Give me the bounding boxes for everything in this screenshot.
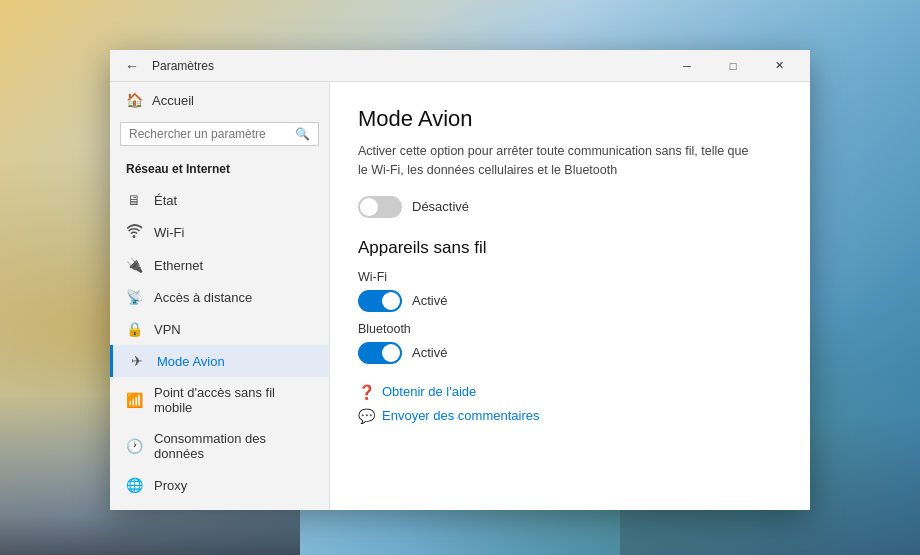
sidebar-item-mode-avion[interactable]: ✈ Mode Avion [110, 345, 329, 377]
data-usage-icon: 🕐 [126, 438, 142, 454]
sidebar-item-vpn[interactable]: 🔒 VPN [110, 313, 329, 345]
sidebar-item-label-consommation: Consommation des données [154, 431, 313, 461]
feedback-link-label: Envoyer des commentaires [382, 408, 540, 423]
sidebar-item-label-hotspot: Point d'accès sans fil mobile [154, 385, 313, 415]
etat-icon: 🖥 [126, 192, 142, 208]
minimize-button[interactable]: ─ [664, 50, 710, 82]
airplane-mode-toggle[interactable] [358, 196, 402, 218]
sidebar-item-point-acces[interactable]: 📶 Point d'accès sans fil mobile [110, 377, 329, 423]
links-section: ❓ Obtenir de l'aide 💬 Envoyer des commen… [358, 384, 782, 424]
window-title: Paramètres [152, 59, 664, 73]
search-input[interactable] [129, 127, 289, 141]
feedback-link[interactable]: 💬 Envoyer des commentaires [358, 408, 782, 424]
sidebar-item-etat[interactable]: 🖥 État [110, 184, 329, 216]
feedback-icon: 💬 [358, 408, 374, 424]
sidebar-item-label-vpn: VPN [154, 322, 181, 337]
close-button[interactable]: ✕ [756, 50, 802, 82]
wifi-device-section: Wi-Fi Activé [358, 270, 782, 312]
devices-section-title: Appareils sans fil [358, 238, 782, 258]
airplane-mode-row: Désactivé [358, 196, 782, 218]
sidebar-item-wifi[interactable]: Wi-Fi [110, 216, 329, 249]
home-icon: 🏠 [126, 92, 142, 108]
sidebar-item-consommation[interactable]: 🕐 Consommation des données [110, 423, 329, 469]
bluetooth-toggle-label: Activé [412, 345, 447, 360]
wifi-sidebar-icon [126, 224, 142, 241]
sidebar: 🏠 Accueil 🔍 Réseau et Internet 🖥 État Wi… [110, 82, 330, 510]
sidebar-item-label-wifi: Wi-Fi [154, 225, 184, 240]
bluetooth-device-label: Bluetooth [358, 322, 782, 336]
window-body: 🏠 Accueil 🔍 Réseau et Internet 🖥 État Wi… [110, 82, 810, 510]
sidebar-item-label-avion: Mode Avion [157, 354, 225, 369]
main-content: Mode Avion Activer cette option pour arr… [330, 82, 810, 510]
bluetooth-toggle[interactable] [358, 342, 402, 364]
sidebar-home-label: Accueil [152, 93, 194, 108]
help-link[interactable]: ❓ Obtenir de l'aide [358, 384, 782, 400]
sidebar-search-container[interactable]: 🔍 [120, 122, 319, 146]
sidebar-item-label-proxy: Proxy [154, 478, 187, 493]
help-icon: ❓ [358, 384, 374, 400]
toggle-knob [360, 198, 378, 216]
wifi-toggle-row: Activé [358, 290, 782, 312]
airplane-sidebar-icon: ✈ [129, 353, 145, 369]
proxy-icon: 🌐 [126, 477, 142, 493]
sidebar-item-label-ethernet: Ethernet [154, 258, 203, 273]
sidebar-item-label-acces: Accès à distance [154, 290, 252, 305]
sidebar-item-ethernet[interactable]: 🔌 Ethernet [110, 249, 329, 281]
sidebar-item-acces-distance[interactable]: 📡 Accès à distance [110, 281, 329, 313]
wifi-toggle[interactable] [358, 290, 402, 312]
vpn-icon: 🔒 [126, 321, 142, 337]
bluetooth-device-section: Bluetooth Activé [358, 322, 782, 364]
titlebar: ← Paramètres ─ □ ✕ [110, 50, 810, 82]
bluetooth-toggle-row: Activé [358, 342, 782, 364]
ethernet-icon: 🔌 [126, 257, 142, 273]
page-description: Activer cette option pour arrêter toute … [358, 142, 758, 180]
window-controls: ─ □ ✕ [664, 50, 802, 82]
sidebar-item-label-etat: État [154, 193, 177, 208]
wifi-device-label: Wi-Fi [358, 270, 782, 284]
wifi-toggle-knob [382, 292, 400, 310]
bluetooth-toggle-knob [382, 344, 400, 362]
wifi-toggle-label: Activé [412, 293, 447, 308]
search-icon: 🔍 [295, 127, 310, 141]
back-button[interactable]: ← [118, 52, 146, 80]
airplane-mode-label: Désactivé [412, 199, 469, 214]
sidebar-section-title: Réseau et Internet [110, 156, 329, 184]
maximize-button[interactable]: □ [710, 50, 756, 82]
sidebar-item-accueil[interactable]: 🏠 Accueil [110, 82, 329, 118]
page-title: Mode Avion [358, 106, 782, 132]
acces-distance-icon: 📡 [126, 289, 142, 305]
help-link-label: Obtenir de l'aide [382, 384, 476, 399]
settings-window: ← Paramètres ─ □ ✕ 🏠 Accueil 🔍 Réseau et… [110, 50, 810, 510]
sidebar-item-proxy[interactable]: 🌐 Proxy [110, 469, 329, 501]
hotspot-icon: 📶 [126, 392, 142, 408]
